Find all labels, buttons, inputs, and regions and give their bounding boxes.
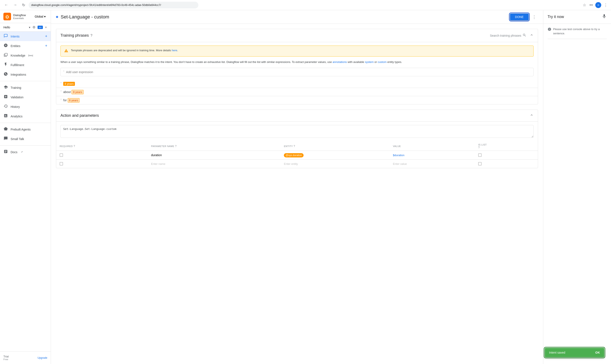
browser-topbar: ← → ↻ ☆ ⚯ n ⋮ — [0, 0, 611, 10]
collapse-action-button[interactable] — [530, 113, 534, 118]
sidebar-item-docs[interactable]: Docs ↗ — [0, 147, 51, 157]
nav-section: Intents + Entities + Knowledge [beta] — [0, 32, 51, 351]
refresh-button[interactable]: ↻ — [20, 2, 27, 8]
add-entity-button[interactable]: + — [45, 44, 47, 48]
right-panel: Try it now Please use test console above… — [543, 10, 611, 364]
avatar[interactable]: n — [595, 2, 601, 8]
upgrade-button[interactable]: Upgrade — [38, 356, 47, 359]
islist-help-icon[interactable]: ? — [478, 146, 480, 149]
try-it-header: Try it now — [543, 10, 611, 24]
value-col-header: VALUE — [389, 142, 475, 151]
enter-entity-placeholder: Enter entity — [284, 162, 298, 166]
info-circle-icon — [548, 27, 551, 33]
sidebar-item-integrations[interactable]: Integrations — [0, 70, 51, 79]
training-icon — [3, 85, 8, 90]
sidebar-item-knowledge[interactable]: Knowledge [beta] — [0, 51, 51, 60]
required-checkbox-2[interactable] — [60, 162, 63, 166]
done-button[interactable]: DONE — [510, 13, 529, 20]
intent-title: Set-Language - custom — [61, 14, 510, 20]
param-name-value: duration — [151, 153, 162, 157]
entities-icon — [3, 43, 8, 49]
trial-label: Trial — [3, 355, 9, 358]
main-content: Set-Language - custom DONE ⋮ Training ph… — [51, 10, 611, 364]
quote-icon: “ — [63, 70, 64, 74]
knowledge-icon — [3, 53, 8, 58]
required-help-icon[interactable]: ? — [74, 145, 75, 148]
trial-sub-label: Free — [3, 358, 9, 361]
entity-tag-duration-2[interactable]: 8 years — [71, 90, 83, 94]
settings-icon[interactable]: ⚙ — [32, 25, 36, 30]
bookmark-icon[interactable]: ☆ — [582, 2, 587, 8]
entity-chip[interactable]: @sys.duration — [284, 153, 304, 157]
back-button[interactable]: ← — [2, 2, 10, 8]
sidebar-item-entities-label: Entities — [11, 44, 20, 48]
collapse-training-phrases-button[interactable] — [530, 33, 534, 38]
training-phrases-actions: Search training phrases — [488, 32, 534, 39]
add-language-icon[interactable]: + — [44, 25, 47, 30]
sidebar-item-validation[interactable]: Validation — [0, 92, 51, 102]
param-name-cell: duration — [148, 151, 280, 159]
warning-here-link[interactable]: here — [172, 49, 177, 52]
entity-cell-2: Enter entity — [280, 159, 389, 168]
add-expression-area: “ — [56, 68, 538, 80]
islist-checkbox-2[interactable] — [478, 162, 482, 166]
islist-checkbox[interactable] — [478, 153, 482, 157]
required-cell-2 — [56, 159, 148, 168]
required-checkbox[interactable] — [60, 153, 63, 157]
sidebar-item-analytics[interactable]: Analytics — [0, 111, 51, 121]
try-it-title: Try it now — [548, 15, 602, 19]
param-name-cell-2: Enter name — [148, 159, 280, 168]
toast-ok-button[interactable]: OK — [595, 351, 600, 354]
sidebar-item-prebuilt-label: Prebuilt Agents — [11, 128, 30, 131]
training-phrases-help-icon[interactable]: ? — [90, 34, 92, 38]
more-options-button[interactable]: ⋮ — [530, 13, 538, 20]
entity-help-icon[interactable]: ? — [294, 145, 295, 148]
search-phrases-button[interactable]: Search training phrases — [488, 32, 528, 39]
sidebar-item-smalltalk[interactable]: Small Talk — [0, 134, 51, 144]
analytics-icon — [3, 114, 8, 119]
sidebar-item-history-label: History — [11, 105, 20, 108]
expand-arrow-icon[interactable]: ▾ — [29, 26, 30, 29]
custom-link[interactable]: custom — [378, 60, 387, 64]
warning-banner: Template phrases are deprecated and will… — [60, 46, 534, 57]
annotations-link[interactable]: annotations — [333, 60, 347, 64]
entity-tag-duration-3[interactable]: 6 years — [68, 98, 80, 103]
add-intent-button[interactable]: + — [45, 34, 47, 39]
prebuilt-icon — [3, 127, 8, 132]
action-parameters-header: Action and parameters — [56, 110, 538, 122]
intent-saved-toast: Intent saved OK — [545, 348, 604, 357]
warning-triangle-icon — [64, 49, 68, 54]
add-expression-input[interactable] — [66, 70, 531, 74]
chrome-menu-icon[interactable]: ⋮ — [603, 2, 609, 8]
sidebar-item-training[interactable]: Training — [0, 83, 51, 92]
sidebar-item-integrations-label: Integrations — [11, 73, 26, 76]
sidebar-item-intents[interactable]: Intents + — [0, 32, 51, 41]
action-name-input[interactable]: Set-Language.Set-Language-custom — [60, 125, 534, 138]
trial-info: Trial Free — [3, 355, 9, 361]
system-link[interactable]: system — [365, 60, 374, 64]
global-selector[interactable]: Global ▾ — [33, 14, 47, 19]
islist-cell-2 — [475, 159, 538, 168]
forward-button[interactable]: → — [12, 2, 19, 8]
sidebar-item-history[interactable]: History — [0, 102, 51, 111]
sidebar-item-smalltalk-label: Small Talk — [11, 137, 24, 141]
dialogflow-logo-icon — [3, 13, 11, 20]
sidebar: Dialogflow Essentials Global ▾ Hello ▾ ⚙… — [0, 10, 51, 364]
required-col-header: REQUIRED ? — [56, 142, 148, 151]
logo-subtitle: Essentials — [13, 17, 26, 19]
extensions-icon[interactable]: ⚯ — [589, 2, 594, 8]
phrase-text-2[interactable]: about 8 years — [63, 90, 83, 94]
intents-icon — [3, 34, 8, 39]
phrase-text-1[interactable]: 4 years — [63, 82, 75, 85]
entity-tag-duration-1[interactable]: 4 years — [63, 82, 75, 86]
param-name-help-icon[interactable]: ? — [175, 145, 177, 148]
address-bar[interactable] — [29, 2, 198, 9]
editor-body: Training phrases ? Search training phras… — [51, 24, 543, 178]
sidebar-item-knowledge-label: Knowledge — [11, 54, 25, 57]
sidebar-item-entities[interactable]: Entities + — [0, 41, 51, 51]
sidebar-item-fulfillment[interactable]: Fulfillment — [0, 60, 51, 70]
warning-text: Template phrases are deprecated and will… — [71, 48, 178, 52]
sidebar-item-prebuilt[interactable]: Prebuilt Agents — [0, 125, 51, 134]
microphone-button[interactable] — [602, 14, 607, 20]
phrase-text-3[interactable]: for 6 years — [63, 99, 80, 102]
